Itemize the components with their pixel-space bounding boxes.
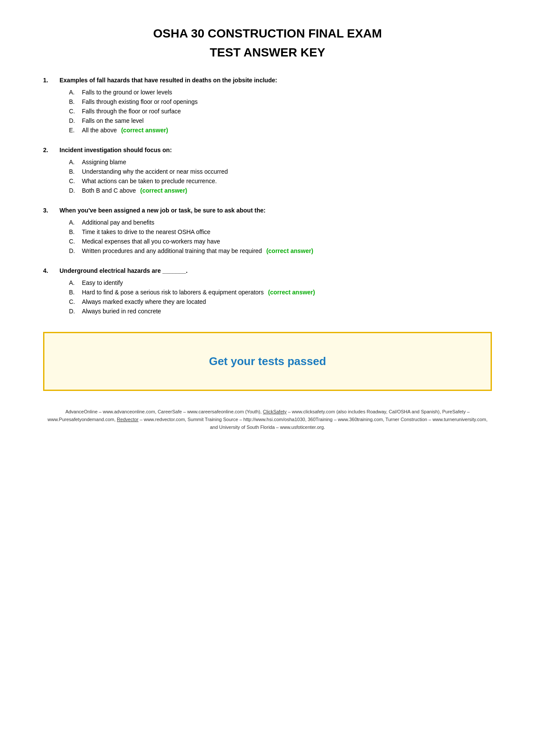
question-number: 4.: [43, 267, 56, 274]
answer-item: D.Both B and C above (correct answer): [69, 187, 492, 194]
answer-letter: D.: [69, 187, 78, 194]
answer-item: A.Falls to the ground or lower levels: [69, 89, 492, 96]
answer-letter: B.: [69, 228, 78, 235]
answer-letter: A.: [69, 159, 78, 166]
answer-text: Falls on the same level: [82, 117, 144, 124]
answer-item: B.Falls through existing floor or roof o…: [69, 98, 492, 105]
question-label: Incident investigation should focus on:: [59, 147, 172, 153]
answer-item: C.What actions can be taken to preclude …: [69, 178, 492, 184]
questions-section: 1.Examples of fall hazards that have res…: [43, 77, 492, 315]
question-label: Underground electrical hazards are _____…: [59, 267, 188, 274]
question-label: When you've been assigned a new job or t…: [59, 207, 266, 214]
answer-text: Falls to the ground or lower levels: [82, 89, 172, 96]
question-block: 3.When you've been assigned a new job or…: [43, 207, 492, 254]
answer-letter: C.: [69, 298, 78, 305]
answer-item: B.Hard to find & pose a serious risk to …: [69, 289, 492, 296]
question-label: Examples of fall hazards that have resul…: [59, 77, 277, 84]
answer-text: Time it takes to drive to the nearest OS…: [82, 228, 210, 235]
answer-item: B.Time it takes to drive to the nearest …: [69, 228, 492, 235]
answer-text: Understanding why the accident or near m…: [82, 168, 228, 175]
answer-item: E.All the above (correct answer): [69, 127, 492, 134]
answer-item: A.Additional pay and benefits: [69, 219, 492, 226]
answer-letter: B.: [69, 98, 78, 105]
answer-text: Hard to find & pose a serious risk to la…: [82, 289, 264, 296]
answer-item: C.Medical expenses that all you co-worke…: [69, 238, 492, 245]
question-text: 2.Incident investigation should focus on…: [43, 147, 492, 153]
answer-letter: D.: [69, 247, 78, 254]
correct-answer-label: (correct answer): [268, 289, 315, 296]
answer-letter: B.: [69, 168, 78, 175]
answers-list: A.Additional pay and benefitsB.Time it t…: [69, 219, 492, 254]
answer-item: D.Falls on the same level: [69, 117, 492, 124]
answer-item: B.Understanding why the accident or near…: [69, 168, 492, 175]
answer-text: Medical expenses that all you co-workers…: [82, 238, 220, 245]
main-title: OSHA 30 CONSTRUCTION FINAL EXAM: [43, 26, 492, 41]
promo-text: Get your tests passed: [53, 355, 482, 368]
answers-list: A.Easy to identifyB.Hard to find & pose …: [69, 279, 492, 315]
question-block: 2.Incident investigation should focus on…: [43, 147, 492, 194]
question-text: 3.When you've been assigned a new job or…: [43, 207, 492, 214]
correct-answer-label: (correct answer): [266, 247, 313, 254]
answer-text: Written procedures and any additional tr…: [82, 247, 262, 254]
correct-answer-label: (correct answer): [140, 187, 187, 194]
answer-letter: A.: [69, 89, 78, 96]
answers-list: A.Assigning blameB.Understanding why the…: [69, 159, 492, 194]
answer-letter: C.: [69, 108, 78, 115]
answers-list: A.Falls to the ground or lower levelsB.F…: [69, 89, 492, 134]
answer-letter: C.: [69, 238, 78, 245]
answer-text: Falls through the floor or roof surface: [82, 108, 181, 115]
answer-letter: B.: [69, 289, 78, 296]
answer-text: Always marked exactly where they are loc…: [82, 298, 206, 305]
question-text: 1.Examples of fall hazards that have res…: [43, 77, 492, 84]
question-text: 4.Underground electrical hazards are ___…: [43, 267, 492, 274]
answer-text: Always buried in red concrete: [82, 308, 161, 315]
answer-letter: D.: [69, 308, 78, 315]
answer-item: D.Written procedures and any additional …: [69, 247, 492, 254]
answer-text: Additional pay and benefits: [82, 219, 154, 226]
sub-title: TEST ANSWER KEY: [43, 46, 492, 59]
answer-letter: A.: [69, 219, 78, 226]
question-number: 3.: [43, 207, 56, 214]
answer-item: D.Always buried in red concrete: [69, 308, 492, 315]
answer-text: Falls through existing floor or roof ope…: [82, 98, 197, 105]
page-header: OSHA 30 CONSTRUCTION FINAL EXAM TEST ANS…: [43, 26, 492, 59]
answer-item: C.Always marked exactly where they are l…: [69, 298, 492, 305]
answer-text: Easy to identify: [82, 279, 123, 286]
answer-letter: E.: [69, 127, 78, 134]
answer-item: A.Assigning blame: [69, 159, 492, 166]
question-block: 1.Examples of fall hazards that have res…: [43, 77, 492, 134]
footer-text: AdvanceOnline – www.advanceonline.com, C…: [43, 408, 492, 431]
promo-box: Get your tests passed: [43, 332, 492, 391]
question-number: 1.: [43, 77, 56, 84]
answer-text: Assigning blame: [82, 159, 126, 166]
redvector-link: Redvector: [117, 417, 138, 422]
question-block: 4.Underground electrical hazards are ___…: [43, 267, 492, 315]
answer-text: All the above: [82, 127, 117, 134]
answer-item: A.Easy to identify: [69, 279, 492, 286]
correct-answer-label: (correct answer): [121, 127, 168, 134]
answer-letter: C.: [69, 178, 78, 184]
answer-item: C.Falls through the floor or roof surfac…: [69, 108, 492, 115]
answer-letter: D.: [69, 117, 78, 124]
clicksafety-link: ClickSafety: [263, 409, 287, 414]
answer-text: Both B and C above: [82, 187, 136, 194]
question-number: 2.: [43, 147, 56, 153]
footer-section: AdvanceOnline – www.advanceonline.com, C…: [43, 408, 492, 431]
answer-text: What actions can be taken to preclude re…: [82, 178, 217, 184]
answer-letter: A.: [69, 279, 78, 286]
